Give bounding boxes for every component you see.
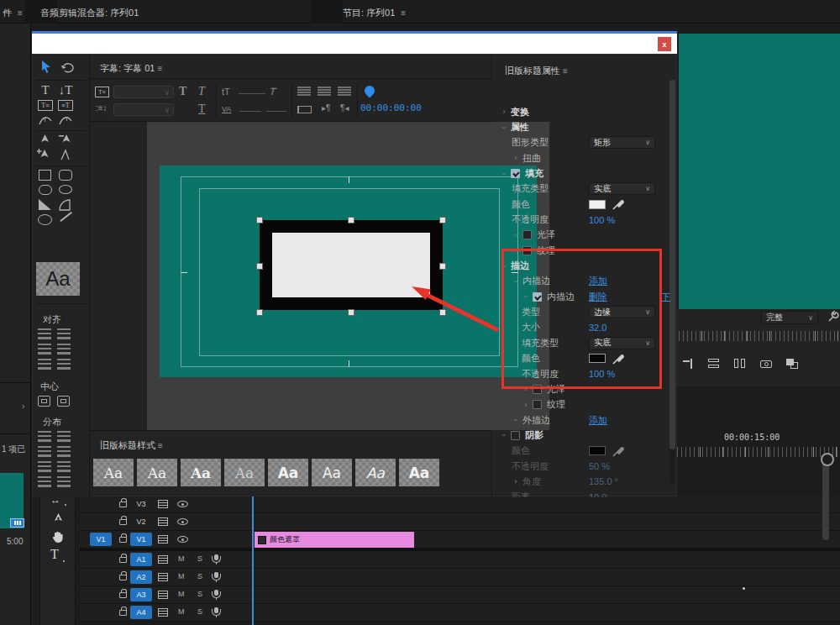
eyedropper-icon[interactable] xyxy=(612,198,624,210)
shadow-distance-value[interactable]: 10.0 xyxy=(589,492,606,497)
delete-anchor-tool-icon[interactable] xyxy=(59,134,73,146)
track-row-v3[interactable]: V3 xyxy=(80,496,840,513)
lock-icon[interactable] xyxy=(119,592,127,598)
tab-program-monitor[interactable]: 节目: 序列01≡ xyxy=(343,7,406,19)
eye-icon[interactable] xyxy=(177,501,188,507)
graphic-type-select[interactable]: 矩形∨ xyxy=(589,136,655,149)
underline-button[interactable]: T xyxy=(198,102,206,116)
solo-button[interactable]: S xyxy=(197,607,202,616)
texture-checkbox[interactable] xyxy=(522,246,532,255)
prop-row-fill[interactable]: › 填充 xyxy=(496,165,673,181)
prop-row-shadow[interactable]: › 阴影 xyxy=(496,428,673,443)
inner-stroke-checkbox[interactable] xyxy=(533,292,542,302)
show-background-video-icon[interactable] xyxy=(363,84,377,98)
path-type-tool-icon[interactable]: T xyxy=(38,114,53,126)
align-center-text-button[interactable] xyxy=(318,87,331,96)
tab-ruler-icon[interactable] xyxy=(297,106,312,113)
distribute-right-button[interactable] xyxy=(38,461,51,472)
vertical-type-tool-icon[interactable]: ↓T xyxy=(58,83,73,97)
style-swatch[interactable]: Aa xyxy=(224,459,265,486)
pen-tool-icon[interactable] xyxy=(52,512,65,525)
sync-lock-icon[interactable] xyxy=(158,500,168,508)
distribute-v-center-button[interactable] xyxy=(57,446,71,457)
rotation-tool-icon[interactable] xyxy=(61,61,75,73)
panel-menu-icon[interactable]: ≡ xyxy=(158,441,163,450)
chevron-right-icon[interactable]: › xyxy=(512,154,520,162)
mic-icon[interactable] xyxy=(214,607,218,613)
distribute-bottom-button[interactable] xyxy=(57,461,71,472)
vertical-area-type-tool-icon[interactable]: ≡T xyxy=(58,100,73,111)
fill-checkbox[interactable] xyxy=(511,169,520,178)
lock-icon[interactable] xyxy=(119,519,127,525)
selection-handle[interactable] xyxy=(256,263,263,270)
selection-handle[interactable] xyxy=(439,309,446,316)
prop-row-inner-stroke-item[interactable]: › 内描边 删除 下 xyxy=(496,289,673,304)
track-name-badge[interactable]: A2 xyxy=(130,570,152,584)
add-anchor-tool-icon[interactable] xyxy=(37,149,51,161)
distribute-top-button[interactable] xyxy=(57,431,71,442)
lift-icon[interactable] xyxy=(708,359,721,369)
wedge-tool-icon[interactable] xyxy=(39,199,51,210)
distribute-left-button[interactable] xyxy=(38,431,51,442)
lock-icon[interactable] xyxy=(119,610,127,616)
dialog-titlebar[interactable]: x xyxy=(32,34,677,54)
chevron-right-icon[interactable]: › xyxy=(500,108,508,116)
prop-row-strokes[interactable]: › 描边 xyxy=(496,258,673,273)
align-v-center-button[interactable] xyxy=(57,344,71,355)
stroke-color-swatch[interactable] xyxy=(589,354,606,363)
prop-row-outer-strokes[interactable]: › 外描边 添加 xyxy=(496,412,673,428)
align-left-text-button[interactable] xyxy=(297,87,311,96)
vertical-path-type-tool-icon[interactable]: T xyxy=(58,114,73,126)
pen-tool-icon[interactable] xyxy=(39,134,51,146)
center-vertical-button[interactable] xyxy=(57,396,70,407)
panel-menu-icon[interactable]: ≡ xyxy=(401,8,406,18)
stroke-type-select[interactable]: 边缘∨ xyxy=(589,306,655,318)
delete-inner-stroke-link[interactable]: 删除 xyxy=(589,291,607,303)
track-name-badge[interactable]: V2 xyxy=(130,515,152,528)
add-inner-stroke-link[interactable]: 添加 xyxy=(589,275,607,287)
shadow-checkbox[interactable] xyxy=(511,431,520,440)
track-row-v2[interactable]: V2 xyxy=(80,513,840,531)
align-bottom-button[interactable] xyxy=(57,359,71,370)
solo-button[interactable]: S xyxy=(197,554,202,563)
close-button[interactable]: x xyxy=(658,37,671,51)
mic-icon[interactable] xyxy=(214,554,218,560)
chevron-down-icon[interactable]: › xyxy=(500,123,508,132)
style-swatch[interactable]: Aa xyxy=(137,459,177,486)
prop-row-transform[interactable]: › 变换 xyxy=(496,104,673,119)
title-panel-tab[interactable]: 字幕: 字幕 01 ≡ xyxy=(100,62,162,75)
prop-row-texture[interactable]: › 纹理 xyxy=(496,243,673,258)
fill-type-select[interactable]: 实底∨ xyxy=(589,182,655,195)
fill-color-swatch[interactable] xyxy=(589,200,606,209)
align-right-button[interactable] xyxy=(38,359,51,370)
stroke-sheen-checkbox[interactable] xyxy=(533,385,542,394)
track-row-a4[interactable]: A4 M S xyxy=(80,604,840,622)
selection-handle[interactable] xyxy=(348,309,354,316)
add-outer-stroke-link[interactable]: 添加 xyxy=(589,414,607,427)
distribute-h-center-button[interactable] xyxy=(38,446,51,457)
lock-icon[interactable] xyxy=(119,537,127,543)
arc-tool-icon[interactable] xyxy=(59,199,71,211)
selection-tool-icon[interactable] xyxy=(39,60,53,74)
shadow-opacity-value[interactable]: 50 % xyxy=(589,461,610,471)
clipped-rect-tool-icon[interactable] xyxy=(39,185,52,195)
roll-crawl-options-icon[interactable]: :≡↕ xyxy=(96,103,108,113)
export-frame-camera-icon[interactable] xyxy=(760,359,773,369)
center-horizontal-button[interactable] xyxy=(38,396,50,407)
track-name-badge[interactable]: V1 xyxy=(130,533,152,546)
area-type-tool-icon[interactable]: T≡ xyxy=(38,100,53,111)
track-name-badge[interactable]: A1 xyxy=(130,553,152,566)
style-swatch[interactable]: Aa xyxy=(268,459,308,486)
paragraph-rtl-icon[interactable]: ¶◂ xyxy=(340,103,349,113)
styles-panel-tab[interactable]: 旧版标题样式 ≡ xyxy=(100,439,163,452)
sync-lock-icon[interactable] xyxy=(158,591,168,599)
style-swatch[interactable]: Aa xyxy=(355,459,396,486)
mute-button[interactable]: M xyxy=(178,590,185,598)
mute-button[interactable]: M xyxy=(178,607,185,616)
source-patch-badge[interactable]: V1 xyxy=(90,533,112,546)
track-name-badge[interactable]: A4 xyxy=(130,606,152,619)
track-row-a3[interactable]: A3 M S xyxy=(80,586,840,604)
lock-icon[interactable] xyxy=(119,502,127,507)
convert-anchor-tool-icon[interactable] xyxy=(59,149,71,161)
paragraph-ltr-icon[interactable]: ▸¶ xyxy=(322,103,330,113)
